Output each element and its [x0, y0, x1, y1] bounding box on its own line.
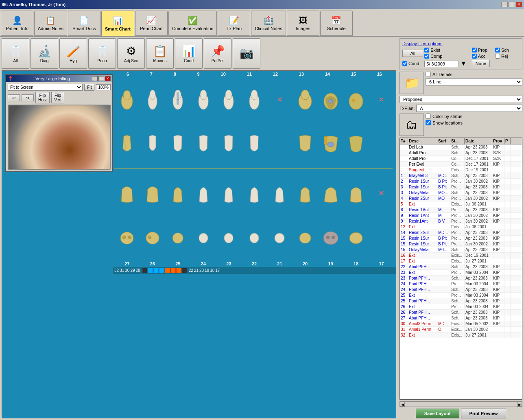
tooth-20-crown[interactable]: [296, 227, 314, 249]
macros-button[interactable]: 📋 Macros: [146, 38, 174, 69]
table-row[interactable]: 16 Ext Exis... Dec 19 2001: [400, 253, 522, 258]
tooth-11[interactable]: [245, 89, 264, 111]
tooth-23-crown[interactable]: [219, 227, 238, 249]
table-row[interactable]: 24 Pont PFH... Sch... Apr 23 2003 KIP: [400, 287, 522, 293]
tooth-23-root[interactable]: [219, 182, 238, 205]
table-row[interactable]: 24 Pont·PFH... Pro... Mar 03 2004 KIP: [400, 281, 522, 287]
minimize-btn[interactable]: _: [501, 2, 508, 7]
all-button[interactable]: 🦷 All: [2, 38, 29, 69]
tooth-15[interactable]: [347, 89, 365, 111]
table-row[interactable]: 30 Amal3 Perm MD... Exis... Mar 05 2002 …: [400, 321, 522, 327]
print-preview-btn[interactable]: Print Preview: [461, 409, 507, 418]
proposed-select[interactable]: Proposed: [400, 96, 522, 103]
table-row[interactable]: 4 Resin 2Sur MO Pro... Jan 30 2002 KIP: [400, 196, 522, 201]
cond-checkbox[interactable]: [402, 61, 407, 66]
tooth-15-root[interactable]: [347, 133, 365, 156]
none-filter-btn[interactable]: None: [472, 60, 490, 67]
tab-smart-docs[interactable]: 📄 Smart Docs: [68, 11, 100, 36]
cond-button[interactable]: 📊 Cond: [175, 38, 203, 69]
table-row[interactable]: Del Lab Sch... Apr 23 2003 KIP: [400, 144, 522, 150]
table-row[interactable]: 27 Abut·PFH... Sch... Apr 23 2003 KIP: [400, 315, 522, 321]
pri-per-button[interactable]: 📌 Pri·Per: [204, 38, 231, 69]
table-row[interactable]: 32 Ext Exis... Jul 27 2001: [400, 332, 522, 338]
line-select[interactable]: 6 Line: [426, 78, 522, 85]
all-details-checkbox[interactable]: [426, 72, 431, 77]
table-row[interactable]: 23 Pont·PFH... Sch... Apr 23 2003 KIP: [400, 276, 522, 281]
table-row[interactable]: 25 Ext Pro... Mar 03 2004 KIP: [400, 293, 522, 298]
table-row[interactable]: 14 Resin 2Sur MD... Pro... Apr 23 2003 K…: [400, 230, 522, 236]
prop-checkbox[interactable]: [472, 48, 477, 52]
tooth-20-root[interactable]: [296, 182, 314, 205]
table-row[interactable]: Adult Pro Co... Dec 17 2001 SZK: [400, 156, 522, 162]
tooth-8[interactable]: [168, 89, 187, 111]
tooth-14-root[interactable]: [321, 133, 340, 156]
hyg-button[interactable]: 🪥 Hyg: [59, 38, 87, 69]
tooth-19-crown[interactable]: [321, 227, 340, 249]
filter-title[interactable]: Display filter options: [402, 41, 520, 46]
tooth-17-root[interactable]: ✕: [372, 182, 391, 205]
tooth-6-root[interactable]: [118, 133, 136, 156]
horizontal-scrollbar[interactable]: ◄ ►: [400, 401, 522, 407]
comp-checkbox[interactable]: [424, 54, 429, 59]
save-layout-btn[interactable]: Save Layout: [416, 409, 459, 418]
float-maximize[interactable]: □: [98, 76, 104, 81]
float-close[interactable]: ✕: [105, 76, 111, 81]
table-row[interactable]: 2 Resin 1Sur B Pit Pro... Jan 30 2002 KI…: [400, 179, 522, 184]
table-row[interactable]: 9 Resin1Ant B V Pro... Jan 30 2002 KIP: [400, 219, 522, 224]
tooth-26-crown[interactable]: [143, 227, 162, 249]
float-flip-vert-btn[interactable]: FlipVert: [51, 92, 64, 103]
txplan-select[interactable]: A: [416, 105, 522, 112]
table-row[interactable]: 3 Resin 1Sur B Pit Pro... Apr 23 2003 KI…: [400, 184, 522, 190]
table-row[interactable]: Adult Pro Sch... Apr 23 2003 SZK: [400, 150, 522, 156]
float-redo-btn[interactable]: ↪: [22, 94, 34, 101]
tooth-6[interactable]: [118, 89, 136, 111]
tooth-22-crown[interactable]: [245, 227, 264, 249]
tooth-21-root[interactable]: [270, 182, 289, 205]
photo-button[interactable]: 📷: [233, 38, 260, 69]
tooth-14[interactable]: [321, 89, 340, 111]
adj-svc-button[interactable]: ⚙ Adj Svc: [117, 38, 145, 69]
show-locations-checkbox[interactable]: [426, 120, 431, 125]
table-row[interactable]: 26 Pont PFH... Sch... Apr 23 2003 KIP: [400, 310, 522, 315]
table-row[interactable]: 5 Ext Exis... Jul 06 2001: [400, 201, 522, 207]
tooth-9-root[interactable]: [194, 133, 213, 156]
table-row[interactable]: 22 Abut·PFH... Sch... Apr 23 2003 KIP: [400, 264, 522, 270]
table-row[interactable]: 12 Ext Exis... Jul 06 2001: [400, 224, 522, 230]
float-minimize[interactable]: _: [92, 76, 98, 81]
tab-tx-plan[interactable]: 📝 Tx Plan: [218, 11, 250, 36]
tooth-12[interactable]: ✕: [270, 89, 289, 111]
rej-checkbox[interactable]: [495, 54, 500, 59]
tab-smart-chart[interactable]: 📊 Smart Chart: [101, 11, 134, 36]
table-row[interactable]: 23 Ext Pro... Mar 03 2004 KIP: [400, 270, 522, 276]
tooth-13[interactable]: [296, 89, 314, 111]
tooth-7[interactable]: [143, 89, 162, 111]
tooth-18-crown[interactable]: [347, 227, 365, 249]
table-body[interactable]: Del Lab Sch... Apr 23 2003 KIP Adult Pro…: [400, 144, 522, 399]
float-fit-select[interactable]: Fit to Screen: [8, 84, 83, 91]
acc-checkbox[interactable]: [472, 54, 477, 59]
tooth-10[interactable]: [219, 89, 238, 111]
table-row[interactable]: 15 Resin 1Sur B Pit Pro... Apr 23 2003 K…: [400, 236, 522, 241]
tooth-9[interactable]: [194, 89, 213, 111]
table-row[interactable]: 25 Pont PFH... Sch... Apr 23 2003 KIP: [400, 298, 522, 304]
exist-checkbox[interactable]: [424, 48, 429, 52]
tooth-7-root[interactable]: [143, 133, 162, 156]
tab-clinical-notes[interactable]: 🏥 Clinical Notes: [251, 11, 286, 36]
tooth-27-root[interactable]: [118, 182, 136, 205]
tooth-8-root[interactable]: [168, 133, 187, 156]
float-flip-horz-btn[interactable]: FlipHorz: [35, 92, 50, 103]
color-icon-btn[interactable]: 🗂: [400, 114, 424, 136]
maximize-btn[interactable]: □: [509, 2, 515, 7]
date-dropdown-icon[interactable]: ▼: [460, 60, 467, 67]
tab-images[interactable]: 🖼 Images: [287, 11, 319, 36]
close-btn[interactable]: ✕: [516, 2, 522, 7]
table-row[interactable]: 1 InlayMet 3 MDL Sch... Apr 23 2003 KIP: [400, 173, 522, 179]
tooth-16[interactable]: ✕: [372, 89, 391, 111]
table-row[interactable]: 17 Ext Exis... Jul 27 2001: [400, 258, 522, 264]
date-input[interactable]: [424, 61, 459, 67]
tooth-26-root[interactable]: [143, 182, 162, 205]
table-row[interactable]: 9 Resin 1Ant M Pro... Jan 30 2002 KIP: [400, 213, 522, 219]
tooth-19-root[interactable]: [321, 182, 340, 205]
tooth-24-crown[interactable]: [194, 227, 213, 249]
tooth-25-crown[interactable]: [168, 227, 187, 249]
